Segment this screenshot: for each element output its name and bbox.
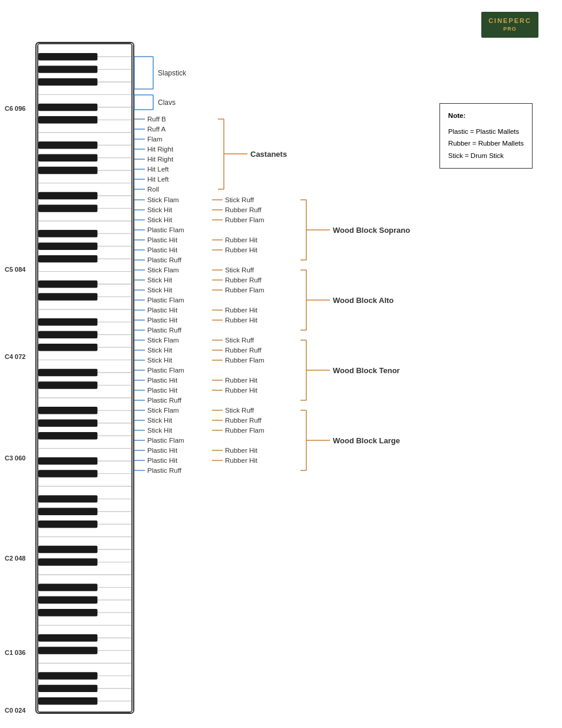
svg-text:Rubber Hit: Rubber Hit — [225, 387, 258, 394]
svg-text:Hit Right: Hit Right — [147, 156, 174, 163]
svg-text:Rubber Hit: Rubber Hit — [225, 317, 258, 324]
svg-text:Hit Left: Hit Left — [147, 166, 169, 173]
svg-text:Rubber Flam: Rubber Flam — [225, 357, 264, 364]
svg-rect-74 — [38, 407, 97, 414]
svg-text:Plastic Hit: Plastic Hit — [147, 246, 178, 253]
svg-text:Hit Right: Hit Right — [147, 146, 174, 153]
svg-text:Stick Flam: Stick Flam — [147, 337, 179, 344]
svg-text:Plastic Ruff: Plastic Ruff — [147, 327, 182, 334]
note-c2: C2 048 — [5, 555, 25, 562]
svg-text:Rubber Ruff: Rubber Ruff — [225, 276, 262, 284]
svg-text:Plastic Hit: Plastic Hit — [147, 236, 178, 243]
svg-text:Plastic Ruff: Plastic Ruff — [147, 256, 182, 263]
svg-text:Stick Hit: Stick Hit — [147, 427, 173, 434]
svg-rect-61 — [38, 167, 97, 174]
svg-text:Rubber Flam: Rubber Flam — [225, 286, 264, 294]
svg-rect-83 — [38, 559, 97, 566]
svg-text:Rubber Ruff: Rubber Ruff — [225, 347, 262, 354]
svg-text:Stick Flam: Stick Flam — [147, 266, 179, 274]
svg-rect-68 — [38, 294, 97, 301]
svg-rect-71 — [38, 344, 97, 351]
svg-rect-75 — [38, 420, 97, 427]
svg-text:Stick Flam: Stick Flam — [147, 196, 179, 203]
svg-text:Castanets: Castanets — [250, 150, 287, 159]
svg-text:Ruff A: Ruff A — [147, 126, 166, 133]
svg-rect-80 — [38, 508, 97, 515]
svg-rect-86 — [38, 609, 97, 616]
svg-text:Hit Left: Hit Left — [147, 176, 169, 183]
svg-rect-72 — [38, 369, 97, 376]
svg-rect-79 — [38, 496, 97, 503]
svg-text:Stick Ruff: Stick Ruff — [225, 196, 254, 203]
svg-rect-70 — [38, 331, 97, 338]
svg-rect-66 — [38, 255, 97, 262]
svg-text:Stick Hit: Stick Hit — [147, 347, 173, 354]
svg-text:Stick Flam: Stick Flam — [147, 407, 179, 414]
svg-text:Stick Hit: Stick Hit — [147, 357, 173, 364]
svg-text:Plastic Flam: Plastic Flam — [147, 226, 184, 233]
svg-rect-88 — [38, 647, 97, 654]
svg-text:Slapstick: Slapstick — [158, 69, 187, 77]
svg-rect-67 — [38, 281, 97, 288]
note-c3: C3 060 — [5, 454, 25, 462]
svg-text:Plastic Hit: Plastic Hit — [147, 387, 178, 394]
piano-keyboard-visual — [37, 43, 133, 713]
note-c4: C4 072 — [5, 353, 25, 360]
svg-text:Wood Block Soprano: Wood Block Soprano — [333, 226, 410, 235]
svg-text:Stick Hit: Stick Hit — [147, 216, 173, 223]
svg-rect-77 — [38, 457, 97, 465]
svg-text:Plastic Hit: Plastic Hit — [147, 317, 178, 324]
svg-rect-78 — [38, 470, 97, 477]
svg-rect-65 — [38, 243, 97, 250]
svg-text:Stick Hit: Stick Hit — [147, 286, 173, 294]
svg-rect-59 — [38, 141, 97, 149]
svg-rect-82 — [38, 546, 97, 553]
svg-text:Ruff B: Ruff B — [147, 116, 166, 123]
svg-text:Stick Ruff: Stick Ruff — [225, 407, 254, 414]
svg-text:Stick Ruff: Stick Ruff — [225, 266, 254, 274]
svg-text:Plastic Ruff: Plastic Ruff — [147, 467, 182, 474]
svg-text:Wood Block Large: Wood Block Large — [333, 436, 400, 445]
svg-rect-64 — [38, 230, 97, 237]
svg-rect-54 — [38, 53, 97, 60]
svg-text:Rubber Ruff: Rubber Ruff — [225, 206, 262, 213]
svg-rect-62 — [38, 192, 97, 199]
svg-text:Rubber Hit: Rubber Hit — [225, 377, 258, 384]
svg-rect-90 — [38, 685, 97, 692]
svg-rect-87 — [38, 634, 97, 641]
svg-text:Plastic Hit: Plastic Hit — [147, 307, 178, 314]
svg-text:Stick Hit: Stick Hit — [147, 276, 173, 284]
svg-rect-60 — [38, 154, 97, 162]
svg-rect-63 — [38, 205, 97, 212]
svg-text:Plastic Flam: Plastic Flam — [147, 297, 184, 304]
svg-rect-84 — [38, 584, 97, 591]
svg-text:Rubber Flam: Rubber Flam — [225, 216, 264, 223]
svg-text:Rubber Flam: Rubber Flam — [225, 427, 264, 434]
note-c5: C5 084 — [5, 266, 25, 273]
svg-rect-76 — [38, 432, 97, 439]
svg-text:Rubber Hit: Rubber Hit — [225, 457, 258, 464]
page-title — [0, 0, 562, 39]
svg-text:Plastic Flam: Plastic Flam — [147, 367, 184, 374]
svg-text:Wood Block Tenor: Wood Block Tenor — [333, 366, 400, 375]
svg-text:Rubber Hit: Rubber Hit — [225, 236, 258, 243]
svg-text:Roll: Roll — [147, 186, 159, 193]
svg-rect-69 — [38, 318, 97, 325]
svg-text:Stick Hit: Stick Hit — [147, 206, 173, 213]
svg-text:Plastic Flam: Plastic Flam — [147, 437, 184, 444]
cineperc-logo: CINEPERC PRO — [481, 12, 538, 38]
svg-rect-58 — [38, 117, 97, 124]
note-c0: C0 024 — [5, 707, 25, 714]
svg-text:Rubber Ruff: Rubber Ruff — [225, 417, 262, 424]
svg-rect-85 — [38, 597, 97, 604]
svg-text:Wood Block Alto: Wood Block Alto — [333, 296, 394, 305]
svg-rect-56 — [38, 78, 97, 85]
svg-rect-55 — [38, 66, 97, 73]
svg-rect-81 — [38, 521, 97, 528]
svg-text:Rubber Hit: Rubber Hit — [225, 246, 258, 253]
svg-text:Plastic Ruff: Plastic Ruff — [147, 397, 182, 404]
svg-rect-57 — [38, 104, 97, 111]
svg-rect-89 — [38, 673, 97, 680]
svg-text:Plastic Hit: Plastic Hit — [147, 447, 178, 454]
svg-rect-91 — [38, 697, 97, 704]
